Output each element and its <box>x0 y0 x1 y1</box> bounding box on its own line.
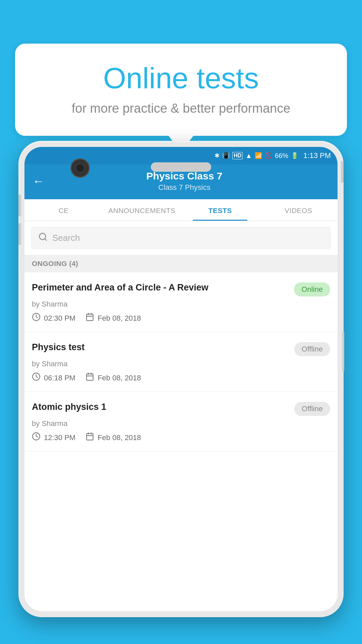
search-placeholder: Search <box>52 233 80 243</box>
test-date: Feb 08, 2018 <box>85 432 141 443</box>
search-box[interactable]: Search <box>31 227 331 249</box>
tab-videos[interactable]: VIDEOS <box>259 199 338 221</box>
scrollbar <box>342 331 344 372</box>
status-badge: Online <box>294 282 330 297</box>
vibrate-icon: 📳 <box>222 152 230 159</box>
clock-icon <box>32 432 41 443</box>
section-ongoing: ONGOING (4) <box>24 255 338 272</box>
app-bar-title: Physics Class 7 <box>51 170 317 182</box>
test-date-value: Feb 08, 2018 <box>98 314 141 323</box>
test-time: 12:30 PM <box>32 432 75 443</box>
test-item-header: Atomic physics 1 Offline <box>32 401 330 416</box>
wifi-icon: ▲ <box>245 152 252 160</box>
tab-tests[interactable]: TESTS <box>181 199 259 221</box>
test-author: by Sharma <box>32 419 330 428</box>
app-bar-title-group: Physics Class 7 Class 7 Physics <box>51 170 317 192</box>
test-date: Feb 08, 2018 <box>85 372 141 383</box>
status-icons: ✱ 📳 HD ▲ 📶 🚫 66% 🔋 <box>215 152 298 160</box>
test-time-value: 06:18 PM <box>44 374 75 382</box>
tab-ce[interactable]: CE <box>24 199 103 221</box>
signal-icon: 📶 <box>255 152 262 159</box>
test-time: 02:30 PM <box>32 313 75 324</box>
tab-announcements[interactable]: ANNOUNCEMENTS <box>103 199 181 221</box>
back-button[interactable]: ← <box>33 174 45 188</box>
test-list: Perimeter and Area of a Circle - A Revie… <box>24 272 338 611</box>
test-date: Feb 08, 2018 <box>85 313 141 324</box>
search-icon <box>38 232 48 244</box>
promo-title: Online tests <box>35 62 327 95</box>
test-author: by Sharma <box>32 300 330 309</box>
calendar-icon <box>85 313 94 324</box>
promo-bubble: Online tests for more practice & better … <box>15 44 347 136</box>
test-title: Physics test <box>32 341 294 353</box>
test-date-value: Feb 08, 2018 <box>98 374 141 382</box>
phone-volume-up <box>18 195 21 216</box>
tab-bar: CE ANNOUNCEMENTS TESTS VIDEOS <box>24 199 338 221</box>
test-author: by Sharma <box>32 360 330 368</box>
search-container: Search <box>24 221 338 255</box>
battery-icon: 🔋 <box>291 152 298 159</box>
test-item[interactable]: Atomic physics 1 Offline by Sharma <box>24 392 338 451</box>
svg-rect-13 <box>86 433 93 440</box>
test-time-value: 12:30 PM <box>44 433 75 442</box>
status-badge: Offline <box>294 342 330 356</box>
phone-screen: ✱ 📳 HD ▲ 📶 🚫 66% 🔋 1:13 PM <box>24 147 338 611</box>
svg-line-1 <box>45 238 46 240</box>
status-time: 1:13 PM <box>303 151 331 160</box>
test-item[interactable]: Physics test Offline by Sharma <box>24 332 338 392</box>
svg-rect-8 <box>86 374 93 380</box>
clock-icon <box>32 313 41 324</box>
test-meta: 12:30 PM Feb 08, 201 <box>32 432 330 443</box>
test-time: 06:18 PM <box>32 372 75 383</box>
test-meta: 06:18 PM Feb 08, 201 <box>32 372 330 383</box>
calendar-icon <box>85 432 94 443</box>
calendar-icon <box>85 372 94 383</box>
bluetooth-icon: ✱ <box>215 152 220 159</box>
phone-speaker <box>151 162 211 172</box>
signal-x-icon: 🚫 <box>265 152 272 159</box>
clock-icon <box>32 372 41 383</box>
test-item[interactable]: Perimeter and Area of a Circle - A Revie… <box>24 272 338 332</box>
status-badge: Offline <box>294 402 330 416</box>
phone-mockup: ✱ 📳 HD ▲ 📶 🚫 66% 🔋 1:13 PM <box>18 141 344 644</box>
phone-camera <box>70 158 90 178</box>
test-time-value: 02:30 PM <box>44 314 75 323</box>
phone-volume-down <box>18 223 21 245</box>
test-title: Atomic physics 1 <box>32 401 294 413</box>
test-title: Perimeter and Area of a Circle - A Revie… <box>32 282 294 293</box>
app-bar-subtitle: Class 7 Physics <box>51 183 317 192</box>
test-item-header: Physics test Offline <box>32 341 330 356</box>
hd-icon: HD <box>232 152 243 159</box>
phone-outer: ✱ 📳 HD ▲ 📶 🚫 66% 🔋 1:13 PM <box>18 141 344 617</box>
status-bar: ✱ 📳 HD ▲ 📶 🚫 66% 🔋 1:13 PM <box>24 147 338 164</box>
test-date-value: Feb 08, 2018 <box>98 433 141 442</box>
battery-indicator: 66% <box>275 152 288 160</box>
test-item-header: Perimeter and Area of a Circle - A Revie… <box>32 282 330 297</box>
phone-power-button <box>341 161 344 183</box>
test-meta: 02:30 PM Feb 08, 201 <box>32 313 330 324</box>
svg-rect-3 <box>86 314 93 321</box>
promo-subtitle: for more practice & better performance <box>35 101 327 116</box>
